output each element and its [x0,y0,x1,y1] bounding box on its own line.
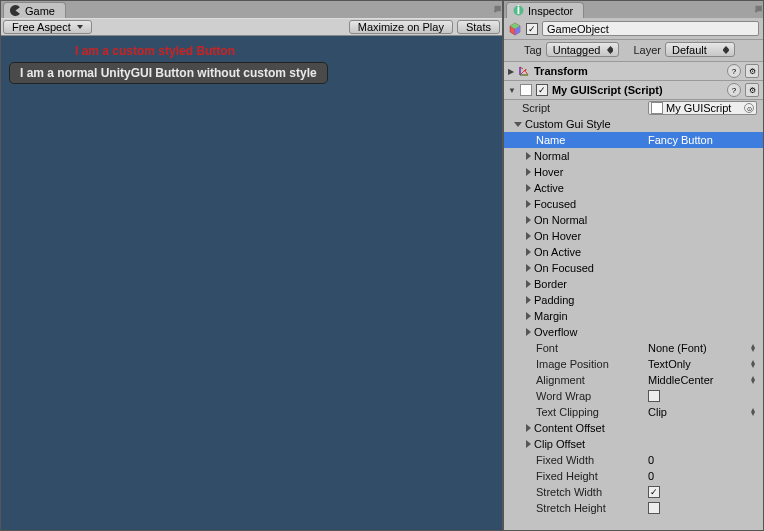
foldout-icon [526,264,531,272]
stretch-width-checkbox[interactable]: ✓ [648,486,660,498]
state-foldout-active[interactable]: Active [504,180,763,196]
state-foldout-hover[interactable]: Hover [504,164,763,180]
clip-offset-foldout[interactable]: Clip Offset [504,436,763,452]
pacman-icon [10,5,21,18]
word-wrap-checkbox[interactable] [648,390,660,402]
foldout-icon [526,200,531,208]
state-foldout-on-focused[interactable]: On Focused [504,260,763,276]
state-foldout-margin[interactable]: Margin [504,308,763,324]
foldout-icon [526,440,531,448]
fixed-width-row: Fixed Width 0 [504,452,763,468]
foldout-icon [526,280,531,288]
gameobject-name-field[interactable] [542,21,759,36]
foldout-icon [526,328,531,336]
fixed-height-row: Fixed Height 0 [504,468,763,484]
transform-component-header[interactable]: ▶ Transform ? ⚙ [504,62,763,81]
script-component-header[interactable]: ▼ ✓ My GUIScript (Script) ? ⚙ [504,81,763,100]
foldout-icon [526,152,531,160]
transform-icon [518,65,530,77]
game-toolbar: Free Aspect Maximize on Play Stats [1,18,502,36]
game-tab[interactable]: Game [3,2,66,18]
stretch-height-row: Stretch Height [504,500,763,516]
stepper-icon[interactable]: ▴▾ [749,344,757,352]
state-foldout-border[interactable]: Border [504,276,763,292]
state-foldout-overflow[interactable]: Overflow [504,324,763,340]
inspector-tab-label: Inspector [528,5,573,17]
text-clipping-value[interactable]: Clip [648,406,749,418]
gear-icon[interactable]: ⚙ [745,83,759,97]
image-position-row: Image Position TextOnly ▴▾ [504,356,763,372]
gameobject-active-checkbox[interactable]: ✓ [526,23,538,35]
inspector-tab[interactable]: i Inspector [506,2,584,18]
foldout-icon [514,122,522,127]
aspect-dropdown[interactable]: Free Aspect [3,20,92,34]
foldout-icon: ▼ [508,86,516,95]
inspector-tab-row: i Inspector ▪▀ [504,1,763,18]
fixed-width-value[interactable]: 0 [648,454,757,466]
info-icon: i [513,5,524,18]
stretch-height-checkbox[interactable] [648,502,660,514]
stats-button[interactable]: Stats [457,20,500,34]
text-clipping-row: Text Clipping Clip ▴▾ [504,404,763,420]
font-value[interactable]: None (Font) [648,342,749,354]
stepper-icon[interactable]: ▴▾ [749,408,757,416]
game-view: I am a custom styled Button I am a norma… [1,36,502,530]
foldout-icon [526,232,531,240]
game-tab-row: Game ▪▀ [1,1,502,18]
script-icon [651,102,663,114]
content-offset-foldout[interactable]: Content Offset [504,420,763,436]
script-icon [520,84,532,96]
tag-label: Tag [524,44,542,56]
foldout-icon [526,424,531,432]
script-field-row: Script My GUIScript ⊙ [504,100,763,116]
help-icon[interactable]: ? [727,64,741,78]
object-picker-icon[interactable]: ⊙ [744,103,754,113]
foldout-icon: ▶ [508,67,514,76]
state-foldout-focused[interactable]: Focused [504,196,763,212]
state-foldout-on-hover[interactable]: On Hover [504,228,763,244]
foldout-icon [526,168,531,176]
foldout-icon [526,216,531,224]
svg-text:i: i [517,5,520,16]
image-position-value[interactable]: TextOnly [648,358,749,370]
layer-label: Layer [633,44,661,56]
foldout-icon [526,296,531,304]
script-enabled-checkbox[interactable]: ✓ [536,84,548,96]
drag-handle-icon[interactable]: ▪▀ [493,6,499,16]
game-tab-label: Game [25,5,55,17]
tag-dropdown[interactable]: Untagged [546,42,620,57]
custom-styled-button[interactable]: I am a custom styled Button [75,44,235,58]
fixed-height-value[interactable]: 0 [648,470,757,482]
layer-dropdown[interactable]: Default [665,42,735,57]
script-object-field[interactable]: My GUIScript ⊙ [648,101,757,115]
normal-gui-button[interactable]: I am a normal UnityGUI Button without cu… [9,62,328,84]
gameobject-header: ✓ [504,18,763,40]
drag-handle-icon[interactable]: ▪▀ [754,6,760,16]
maximize-button[interactable]: Maximize on Play [349,20,453,34]
alignment-row: Alignment MiddleCenter ▴▾ [504,372,763,388]
transform-title: Transform [534,65,723,77]
foldout-icon [526,184,531,192]
foldout-icon [526,248,531,256]
stretch-width-row: Stretch Width ✓ [504,484,763,500]
state-foldout-on-normal[interactable]: On Normal [504,212,763,228]
state-foldout-padding[interactable]: Padding [504,292,763,308]
word-wrap-row: Word Wrap [504,388,763,404]
tag-layer-row: Tag Untagged Layer Default [504,40,763,62]
gameobject-icon [508,22,522,36]
stepper-icon[interactable]: ▴▾ [749,360,757,368]
script-title: My GUIScript (Script) [552,84,723,96]
stepper-icon[interactable]: ▴▾ [749,376,757,384]
help-icon[interactable]: ? [727,83,741,97]
gear-icon[interactable]: ⚙ [745,64,759,78]
state-foldout-on-active[interactable]: On Active [504,244,763,260]
font-row: Font None (Font) ▴▾ [504,340,763,356]
alignment-value[interactable]: MiddleCenter [648,374,749,386]
name-field-row[interactable]: Name Fancy Button [504,132,763,148]
custom-gui-style-foldout[interactable]: Custom Gui Style [504,116,763,132]
foldout-icon [526,312,531,320]
state-foldout-normal[interactable]: Normal [504,148,763,164]
